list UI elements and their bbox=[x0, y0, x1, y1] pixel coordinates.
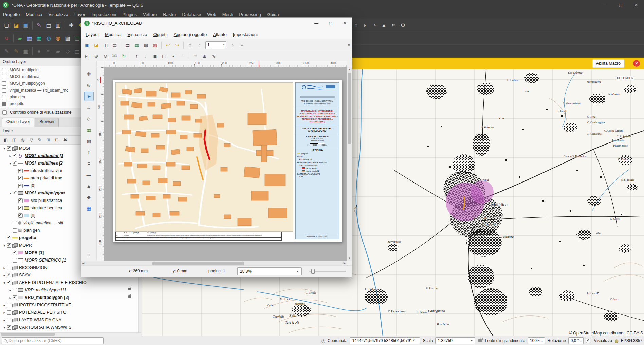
layer-item-ipotesi-ricostruttive[interactable]: ▸IPOTESI RICOSTRUTTIVE bbox=[0, 301, 142, 309]
visibility-checkbox[interactable] bbox=[2, 102, 6, 106]
zoom-combobox[interactable]: 28.8%▼ bbox=[237, 267, 302, 275]
spin-arrows-icon[interactable]: ▴▾ bbox=[542, 339, 543, 343]
visibility-checkbox[interactable] bbox=[18, 176, 23, 180]
visibility-checkbox[interactable] bbox=[18, 213, 23, 218]
export-as-pdf-icon[interactable]: ▨ bbox=[151, 41, 159, 49]
visibility-checkbox[interactable] bbox=[13, 258, 17, 263]
project-properties-icon[interactable]: ⚙ bbox=[398, 21, 408, 30]
visibility-checkbox[interactable] bbox=[13, 154, 17, 158]
enable-macro-link[interactable]: Abilita Macro bbox=[592, 59, 624, 68]
dialog-close-button[interactable]: ✕ bbox=[338, 18, 352, 29]
visibility-checkbox[interactable] bbox=[13, 288, 17, 292]
visibility-checkbox[interactable] bbox=[7, 146, 11, 151]
zoom-layout-icon[interactable]: ⊕ bbox=[84, 80, 94, 90]
expander-icon[interactable]: ▸ bbox=[2, 318, 7, 322]
filter-legend-icon[interactable]: ▽ bbox=[27, 137, 35, 143]
refresh-view-icon[interactable]: ↻ bbox=[119, 52, 128, 60]
visibility-checkbox[interactable] bbox=[7, 318, 11, 322]
save-project-icon[interactable]: ▣ bbox=[21, 21, 31, 30]
expander-icon[interactable]: ▾ bbox=[8, 161, 13, 165]
dialog-minimize-button[interactable]: — bbox=[309, 18, 324, 29]
page-number-spinbox[interactable]: 1▴▾ bbox=[205, 41, 226, 49]
visibility-checkbox[interactable] bbox=[13, 191, 17, 195]
toolbox-more-icon[interactable]: » bbox=[86, 254, 91, 256]
export-as-image-icon[interactable]: ▦ bbox=[132, 41, 141, 49]
open-layer-styling-icon[interactable]: ◧ bbox=[2, 137, 10, 143]
lock-items-icon[interactable]: ▪ bbox=[169, 52, 178, 60]
expander-icon[interactable]: ▸ bbox=[8, 154, 13, 158]
layer-item-vrd-multipolygon-2[interactable]: ▸VRD_multipolygon [2] bbox=[0, 294, 142, 301]
atlas-first-icon[interactable]: « bbox=[186, 41, 194, 49]
layout-manager-icon[interactable]: ▤ bbox=[110, 41, 119, 49]
scrollbar-thumb[interactable] bbox=[1, 333, 55, 336]
slider-knob[interactable] bbox=[311, 269, 315, 274]
expander-icon[interactable]: ▾ bbox=[2, 244, 7, 247]
add-wms-layer-icon[interactable]: ◍ bbox=[44, 34, 53, 43]
visibility-checkbox[interactable] bbox=[18, 206, 23, 210]
scroll-up-icon[interactable]: ▲ bbox=[347, 68, 352, 71]
zoom-slider[interactable] bbox=[309, 271, 346, 272]
visibility-checkbox[interactable] bbox=[13, 161, 17, 166]
add-vector-layer-icon[interactable]: ▰ bbox=[15, 34, 25, 43]
visibility-checkbox[interactable] bbox=[18, 169, 23, 173]
visibility-checkbox[interactable] bbox=[7, 273, 11, 277]
scroll-down-icon[interactable]: ▼ bbox=[347, 257, 352, 260]
toolbar-overflow-icon[interactable]: » bbox=[348, 42, 350, 47]
remove-layer-icon[interactable]: ✖ bbox=[61, 137, 69, 143]
visibility-checkbox[interactable] bbox=[7, 281, 11, 285]
unlock-items-icon[interactable]: ▫ bbox=[178, 52, 187, 60]
menu-progetto[interactable]: Progetto bbox=[0, 11, 23, 18]
zoom-full-icon[interactable]: ◰ bbox=[83, 52, 91, 60]
expander-icon[interactable]: ▸ bbox=[2, 311, 7, 314]
add-legend-icon[interactable]: ≡ bbox=[84, 159, 94, 168]
dialog-menu-layout[interactable]: Layout bbox=[82, 31, 102, 38]
map-tips-icon[interactable]: ◗ bbox=[360, 21, 370, 30]
redo-icon[interactable]: ↪ bbox=[173, 41, 181, 49]
visibility-checkbox[interactable] bbox=[18, 198, 23, 203]
expander-icon[interactable]: ▸ bbox=[8, 296, 13, 300]
filter-by-expression-icon[interactable]: ✎ bbox=[36, 137, 43, 143]
zoom-actual-icon[interactable]: 1:1 bbox=[110, 52, 119, 60]
close-message-icon[interactable]: ✕ bbox=[633, 60, 640, 67]
edit-nodes-item-icon[interactable]: ◇ bbox=[84, 114, 94, 123]
add-attribute-table-icon[interactable]: ▦ bbox=[84, 204, 94, 213]
layout-side-panel[interactable]: ARCHEOLOGO I FASCIA: SONIA VIRGILI N. is… bbox=[295, 82, 339, 239]
layer-item-potenziale-per-sito[interactable]: ▸POTENZIALE PER SITO bbox=[0, 309, 142, 316]
visibility-checkbox[interactable] bbox=[7, 303, 11, 307]
align-items-icon[interactable]: ≡ bbox=[191, 52, 200, 60]
expander-icon[interactable]: ▾ bbox=[8, 191, 13, 195]
atlas-last-icon[interactable]: » bbox=[238, 41, 246, 49]
add-north-arrow-icon[interactable]: ▲ bbox=[84, 181, 94, 191]
add-mesh-layer-icon[interactable]: ▦ bbox=[34, 34, 44, 43]
dialog-menu-visualizza[interactable]: Visualizza bbox=[124, 31, 150, 38]
open-project-icon[interactable]: ◪ bbox=[12, 21, 21, 30]
visibility-checkbox[interactable] bbox=[7, 266, 11, 270]
expander-icon[interactable]: ▸ bbox=[2, 273, 7, 277]
add-group-icon[interactable]: ◫ bbox=[11, 137, 18, 143]
visibility-checkbox[interactable] bbox=[2, 88, 6, 93]
coordinate-capture-icon[interactable]: ◎ bbox=[321, 338, 325, 343]
export-as-svg-icon[interactable]: ▧ bbox=[142, 41, 150, 49]
add-raster-layer-icon[interactable]: ▦ bbox=[25, 34, 34, 43]
layout-manager-icon[interactable]: ▤ bbox=[44, 21, 53, 30]
visibility-checkbox[interactable] bbox=[2, 81, 6, 86]
layout-map-item[interactable] bbox=[115, 82, 293, 232]
scroll-left-icon[interactable]: ◀ bbox=[82, 262, 84, 265]
scale-lock-icon[interactable] bbox=[478, 339, 482, 342]
add-picture-icon[interactable]: ▨ bbox=[84, 136, 94, 146]
temporal-controller-icon[interactable]: ◔ bbox=[370, 21, 379, 30]
layer-item-cartografia-wms-wfs[interactable]: ▾CARTOGRAFIA WMS/WFS bbox=[0, 324, 142, 331]
visibility-checkbox[interactable] bbox=[13, 228, 17, 233]
new-project-icon[interactable]: ▢ bbox=[2, 21, 12, 30]
dialog-menu-atlante[interactable]: Atlante bbox=[210, 31, 229, 38]
expander-icon[interactable]: ▸ bbox=[8, 288, 13, 292]
zoom-out-icon[interactable]: ⊖ bbox=[101, 52, 110, 60]
print-layout-icon[interactable]: ▤ bbox=[123, 41, 132, 49]
scrollbar-thumb[interactable] bbox=[152, 262, 244, 265]
dialog-menu-oggetti[interactable]: Oggetti bbox=[150, 31, 171, 38]
coordinate-input[interactable]: 1444271,567970 5348501,507917 bbox=[350, 337, 420, 344]
expander-icon[interactable]: ▾ bbox=[2, 326, 7, 329]
dock-tab-ordine-layer[interactable]: Ordine Layer bbox=[2, 118, 34, 127]
visibility-checkbox[interactable] bbox=[2, 95, 6, 99]
undo-icon[interactable]: ↩ bbox=[164, 41, 172, 49]
